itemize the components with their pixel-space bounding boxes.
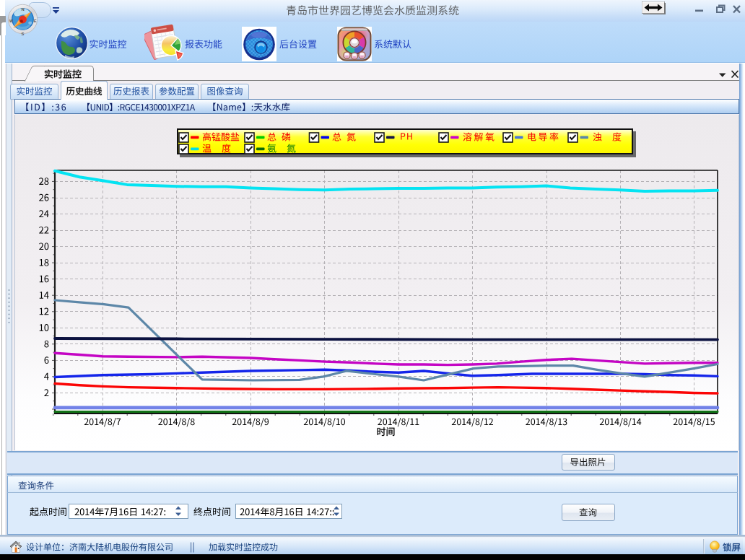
svg-text:W: W — [9, 19, 14, 23]
svg-text:E: E — [34, 19, 37, 23]
svg-text:S: S — [22, 32, 25, 36]
svg-text:N: N — [21, 7, 24, 12]
